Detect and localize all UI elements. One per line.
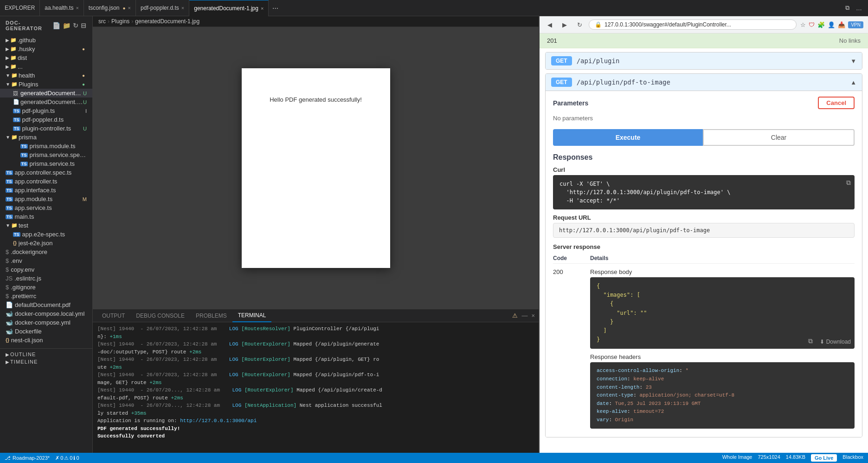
col-details-header: Details <box>590 255 855 261</box>
bookmark-icon[interactable]: ☆ <box>800 21 806 28</box>
expand-icon[interactable]: ▼ <box>850 58 856 65</box>
sidebar-item-docker-compose[interactable]: 🐋 docker-compose.yml <box>0 318 92 327</box>
sidebar-item-jest-e2e[interactable]: {} jest-e2e.json <box>0 239 92 248</box>
execute-row: Execute Clear <box>553 129 855 146</box>
tab-problems[interactable]: PROBLEMS <box>190 309 232 322</box>
copy-curl-button[interactable]: ⧉ <box>846 179 851 187</box>
sidebar-item-generated-pdf[interactable]: 📄 generatedDocument.pdf U <box>0 98 92 106</box>
split-editor-icon[interactable]: ⧉ <box>843 3 852 13</box>
sidebar-item-health[interactable]: ▼ 📁 health ● <box>0 71 92 80</box>
terminal-tabs: OUTPUT DEBUG CONSOLE PROBLEMS TERMINAL ⚠… <box>93 309 539 322</box>
tab-aa-health[interactable]: aa.health.ts × <box>40 0 84 16</box>
tab-more-button[interactable]: ⋯ <box>269 5 282 12</box>
sidebar-item-app-controller-spec[interactable]: TS app.controller.spec.ts <box>0 168 92 177</box>
sidebar-item-gitignore[interactable]: $ .gitignore <box>0 283 92 292</box>
browser-url-bar[interactable]: 🔒 127.0.0.1:3000/swagger#/default/Plugin… <box>589 20 797 30</box>
folder-icon: 📁 <box>10 46 18 52</box>
endpoint-header-get-plugin[interactable]: GET /api/plugin ▼ <box>546 52 862 69</box>
sidebar-title: DOC-GENERATOR <box>6 20 52 31</box>
sidebar-item-test[interactable]: ▼ 📁 test <box>0 221 92 230</box>
sidebar-item-app-interface[interactable]: TS app.interface.ts <box>0 186 92 195</box>
sidebar-item-app-service[interactable]: TS app.service.ts <box>0 203 92 212</box>
profile-icon[interactable]: 👤 <box>828 21 835 28</box>
breadcrumb-sep: › <box>131 18 133 25</box>
sidebar-item-pdf-plugin[interactable]: TS pdf-plugin.ts I <box>0 106 92 115</box>
browser-back-button[interactable]: ◀ <box>544 19 555 30</box>
ts-icon: TS <box>6 179 13 184</box>
ts-icon: TS <box>13 232 20 237</box>
sidebar-item-github[interactable]: ▶ 📁 .github <box>0 36 92 45</box>
minimize-icon[interactable]: — <box>521 312 527 319</box>
more-actions-icon[interactable]: … <box>854 4 864 13</box>
sidebar-item-app-e2e[interactable]: TS app.e2e-spec.ts <box>0 230 92 239</box>
downloads-icon[interactable]: 📥 <box>838 21 845 28</box>
sidebar-item-husky[interactable]: ▶ 📁 .husky ● <box>0 45 92 53</box>
sidebar-item-pdf-poppler[interactable]: TS pdf-poppler.d.ts <box>0 115 92 124</box>
sidebar-item-plugin-controller[interactable]: TS plugin-controller.ts U <box>0 124 92 133</box>
untracked-badge: ● <box>80 82 87 87</box>
collapse-all-icon[interactable]: ⊟ <box>81 22 87 29</box>
git-branch[interactable]: ⎇ Roadmap-2023* <box>5 455 50 461</box>
arrow-icon: ▼ <box>6 135 10 140</box>
arrow-icon: ▶ <box>6 64 9 69</box>
sidebar-section-outline[interactable]: ▶ OUTLINE <box>0 348 92 358</box>
sidebar-item-generated-jpg[interactable]: 🖼 generatedDocument-1.jpg U <box>0 89 92 98</box>
tab-pdf-poppler[interactable]: pdf-poppler.d.ts × <box>136 0 189 16</box>
warning-icon: ⚠ <box>512 312 518 319</box>
tab-explorer[interactable]: EXPLORER <box>0 0 40 16</box>
tab-debug-console[interactable]: DEBUG CONSOLE <box>130 309 190 322</box>
clear-button[interactable]: Clear <box>703 129 855 146</box>
sidebar-item-app-module[interactable]: TS app.module.ts M <box>0 195 92 203</box>
error-count[interactable]: ✗ 0 ⚠ 0 ℹ 0 <box>55 455 79 461</box>
tab-close[interactable]: × <box>181 5 184 11</box>
browser-forward-button[interactable]: ▶ <box>559 19 570 30</box>
sidebar-item-copy-env[interactable]: $ copy.env <box>0 265 92 274</box>
endpoint-header-pdf-to-image[interactable]: GET /api/plugin/pdf-to-image ▲ <box>546 74 862 91</box>
sidebar-section-timeline[interactable]: ▶ TIMELINE <box>0 358 92 365</box>
blackbox-extension[interactable]: Blackbox <box>842 454 863 462</box>
sidebar-item-dockerignore[interactable]: $ .dockerignore <box>0 248 92 256</box>
sidebar-item-env[interactable]: $ .env <box>0 256 92 265</box>
download-button[interactable]: ⬇ Download <box>820 339 851 345</box>
tab-close[interactable]: × <box>76 5 78 11</box>
sidebar-item-plugins[interactable]: ▼ 📁 Plugins ● <box>0 80 92 89</box>
collapse-icon[interactable]: ▲ <box>850 79 856 86</box>
new-folder-icon[interactable]: 📁 <box>63 22 71 29</box>
sidebar-item-docker-compose-local[interactable]: 🐋 docker-compose.local.yml <box>0 309 92 318</box>
language-mode[interactable]: Whole Image <box>722 454 752 462</box>
sidebar-item-default-doc-pdf[interactable]: 📄 defaultDocument.pdf <box>0 300 92 309</box>
extension-icon[interactable]: 🧩 <box>817 21 825 28</box>
download-label: Download <box>826 339 851 345</box>
copy-response-button[interactable]: ⧉ <box>808 337 813 345</box>
sidebar-item-prisma-module[interactable]: TS prisma.module.ts <box>0 142 92 150</box>
tab-tsconfig[interactable]: tsconfig.json ● × <box>84 0 136 16</box>
sidebar-item-prisma-service-spec[interactable]: TS prisma.service.spec.ts <box>0 150 92 159</box>
close-icon[interactable]: × <box>531 312 535 319</box>
tab-terminal[interactable]: TERMINAL <box>232 309 272 322</box>
tab-close[interactable]: × <box>261 6 264 11</box>
terminal-line: Successfully converted <box>97 432 534 440</box>
sidebar-item-more[interactable]: ▶ 📁 ... <box>0 62 92 71</box>
sidebar-item-dist[interactable]: ▶ 📁 dist <box>0 53 92 62</box>
sidebar-item-prisma[interactable]: ▼ 📁 prisma <box>0 133 92 142</box>
cancel-button[interactable]: Cancel <box>818 97 855 109</box>
refresh-icon[interactable]: ↻ <box>73 22 79 29</box>
sidebar-item-eslintrc[interactable]: JS .eslintrc.js <box>0 274 92 283</box>
go-live-button[interactable]: Go Live <box>811 454 837 462</box>
tab-output[interactable]: OUTPUT <box>96 309 130 322</box>
browser-refresh-button[interactable]: ↻ <box>574 19 585 30</box>
sidebar-item-prisma-service[interactable]: TS prisma.service.ts <box>0 159 92 168</box>
execute-button[interactable]: Execute <box>553 129 703 146</box>
sidebar-item-prettierrc[interactable]: $ .prettierrc <box>0 292 92 300</box>
tab-generated-doc[interactable]: generatedDocument-1.jpg × <box>189 0 269 16</box>
item-label: app.service.ts <box>15 204 87 211</box>
sidebar-item-main[interactable]: TS main.ts <box>0 212 92 221</box>
request-url-text: http://127.0.0.1:3000/api/plugin/pdf-to-… <box>559 227 710 234</box>
terminal-line: n}: +1ms <box>97 333 534 341</box>
tab-close[interactable]: × <box>128 5 131 11</box>
sidebar-item-dockerfile[interactable]: 🐋 Dockerfile <box>0 327 92 336</box>
sidebar-item-nest-cli[interactable]: {} nest-cli.json <box>0 336 92 345</box>
sidebar-item-app-controller[interactable]: TS app.controller.ts <box>0 177 92 186</box>
item-label: app.e2e-spec.ts <box>22 231 87 238</box>
new-file-icon[interactable]: 📄 <box>52 22 61 29</box>
